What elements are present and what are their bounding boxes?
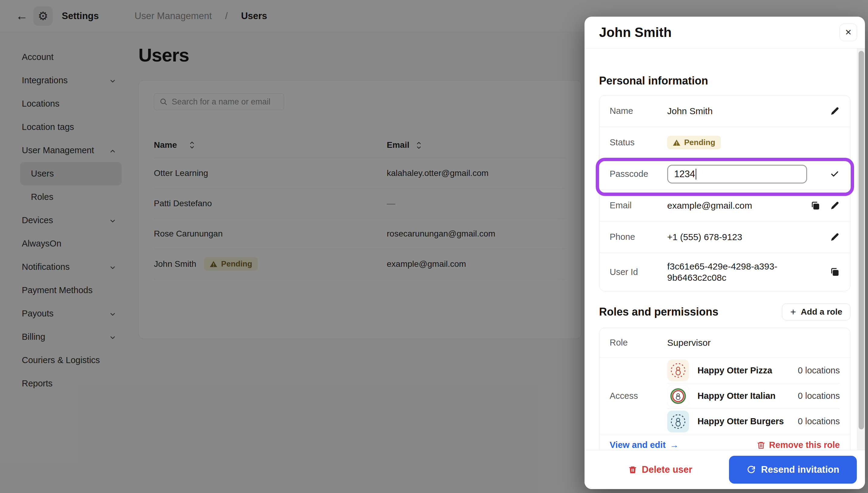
personal-information-card: Name John Smith Status Pending Passcode … — [599, 95, 850, 291]
confirm-passcode-icon[interactable] — [829, 169, 840, 179]
status-row: Status Pending — [599, 127, 850, 158]
phone-row: Phone +1 (555) 678-9123 — [599, 221, 850, 253]
add-role-button[interactable]: + Add a role — [782, 303, 850, 320]
edit-email-icon[interactable] — [829, 200, 840, 211]
personal-information-title: Personal information — [599, 74, 850, 87]
passcode-input[interactable]: 1234 — [667, 165, 807, 184]
happy-otter-italian-logo — [667, 385, 689, 407]
brand-row: Happy Otter Italian 0 locations — [667, 383, 840, 408]
trash-icon — [628, 466, 637, 474]
happy-otter-burgers-logo — [667, 411, 689, 432]
role-card: Role Supervisor Access Happy Otter Pizza — [599, 328, 850, 456]
warning-icon — [673, 139, 680, 146]
close-icon[interactable]: ✕ — [840, 24, 857, 41]
text-caret — [696, 169, 697, 179]
copy-userid-icon[interactable] — [829, 267, 840, 277]
trash-icon — [757, 441, 765, 449]
delete-user-button[interactable]: Delete user — [628, 464, 692, 475]
refresh-icon — [746, 465, 756, 474]
happy-otter-pizza-logo — [667, 360, 689, 381]
panel-title: John Smith — [599, 25, 672, 40]
passcode-row: Passcode 1234 — [599, 158, 850, 190]
userid-row: User Id f3c61e65-429e-4298-a393-9b6463c2… — [599, 253, 850, 291]
panel-scrollbar-thumb[interactable] — [859, 51, 864, 429]
panel-body: Personal information Name John Smith Sta… — [585, 48, 865, 450]
user-detail-panel: John Smith ✕ Personal information Name J… — [585, 17, 865, 489]
panel-scrollbar-track[interactable] — [857, 48, 865, 450]
plus-icon: + — [790, 307, 796, 317]
email-row: Email example@gmail.com — [599, 190, 850, 221]
roles-section-header: Roles and permissions + Add a role — [599, 303, 850, 320]
edit-phone-icon[interactable] — [829, 232, 840, 242]
roles-permissions-title: Roles and permissions — [599, 305, 718, 318]
role-row: Role Supervisor — [599, 328, 850, 358]
status-badge: Pending — [667, 136, 721, 149]
panel-header: John Smith ✕ — [585, 17, 865, 48]
brand-row: Happy Otter Burgers 0 locations — [667, 408, 840, 434]
resend-invitation-button[interactable]: Resend invitation — [729, 456, 857, 484]
arrow-right-icon: → — [670, 440, 679, 450]
copy-email-icon[interactable] — [810, 200, 821, 211]
brand-row: Happy Otter Pizza 0 locations — [667, 358, 840, 383]
name-row: Name John Smith — [599, 95, 850, 127]
edit-name-icon[interactable] — [829, 106, 840, 116]
panel-footer: Delete user Resend invitation — [585, 450, 865, 489]
access-section: Access Happy Otter Pizza 0 locations — [599, 358, 850, 434]
remove-role-link[interactable]: Remove this role — [757, 440, 840, 450]
view-edit-link[interactable]: View and edit → — [610, 440, 679, 450]
